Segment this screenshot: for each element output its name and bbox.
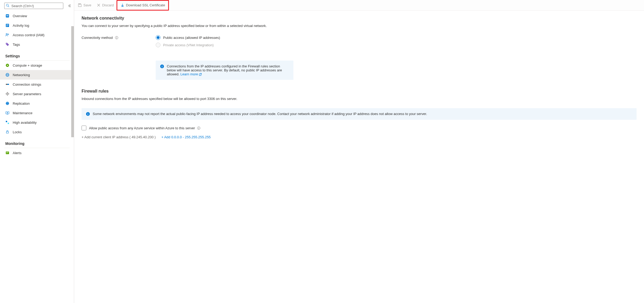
svg-point-9: [6, 34, 7, 35]
search-input[interactable]: [4, 3, 63, 9]
sidebar-item-label: Networking: [13, 73, 30, 77]
svg-point-47: [88, 113, 88, 113]
svg-rect-31: [6, 132, 8, 133]
toolbar: Save Discard Download SSL Certificate: [74, 0, 644, 11]
sidebar-item-networking[interactable]: Networking: [0, 70, 74, 80]
svg-point-41: [117, 37, 117, 37]
networking-icon: [5, 73, 10, 77]
add-current-ip[interactable]: + Add current client IP address ( 49.245…: [82, 135, 156, 139]
info-icon[interactable]: [115, 36, 118, 39]
svg-rect-6: [6, 24, 8, 25]
sidebar-section-monitoring: Monitoring: [0, 137, 74, 147]
sidebar-item-replication[interactable]: Replication: [0, 99, 74, 108]
radio-private-input: [156, 43, 160, 47]
download-icon: [120, 3, 124, 7]
network-connectivity-description: You can connect to your server by specif…: [82, 24, 637, 28]
network-connectivity-heading: Network connectivity: [82, 16, 637, 21]
learn-more-link[interactable]: Learn more: [180, 72, 202, 76]
svg-rect-17: [6, 84, 7, 85]
env-info-box: Some network environments may not report…: [82, 108, 637, 120]
svg-rect-33: [6, 152, 8, 152]
sidebar-item-label: Compute + storage: [13, 63, 42, 67]
sidebar-item-compute-storage[interactable]: Compute + storage: [0, 61, 74, 70]
connectivity-method-label: Connectivity method: [82, 36, 113, 40]
firewall-rules-heading: Firewall rules: [82, 89, 637, 94]
add-ip-range-link[interactable]: + Add 0.0.0.0 - 255.255.255.255: [161, 135, 211, 139]
discard-button[interactable]: Discard: [94, 1, 117, 10]
sidebar-item-alerts[interactable]: Alerts: [0, 148, 74, 158]
tag-icon: [5, 42, 10, 47]
firewall-rules-description: Inbound connections from the IP addresse…: [82, 97, 637, 101]
gear-icon: [5, 92, 10, 96]
sidebar-item-label: Tags: [13, 43, 20, 47]
collapse-sidebar-button[interactable]: [68, 4, 72, 8]
radio-public-input[interactable]: [156, 35, 160, 40]
people-icon: [5, 33, 10, 37]
sidebar-nav: Overview Activity log Access control (IA…: [0, 11, 74, 303]
compute-icon: [5, 63, 10, 67]
radio-label: Private access (VNet Integration): [163, 43, 214, 47]
sidebar-item-label: Locks: [13, 130, 22, 134]
svg-rect-18: [7, 84, 9, 85]
svg-point-28: [7, 112, 8, 113]
sidebar-item-label: Access control (IAM): [13, 33, 44, 37]
svg-point-20: [7, 94, 8, 94]
svg-rect-51: [199, 128, 199, 129]
svg-rect-35: [79, 4, 80, 5]
svg-point-50: [199, 127, 199, 127]
save-button[interactable]: Save: [75, 1, 94, 10]
sidebar-item-overview[interactable]: Overview: [0, 11, 74, 21]
svg-rect-42: [117, 38, 117, 39]
radio-public-access[interactable]: Public access (allowed IP addresses): [156, 35, 637, 40]
sidebar-item-activity-log[interactable]: Activity log: [0, 21, 74, 30]
checkbox-label: Allow public access from any Azure servi…: [89, 126, 195, 130]
sidebar-item-label: Overview: [13, 14, 27, 18]
svg-rect-4: [6, 16, 8, 16]
sidebar-section-settings: Settings: [0, 49, 74, 59]
sidebar-item-locks[interactable]: Locks: [0, 127, 74, 137]
sidebar-item-iam[interactable]: Access control (IAM): [0, 30, 74, 40]
svg-line-1: [8, 6, 9, 7]
info-icon: [86, 112, 90, 116]
content-area: Network connectivity You can connect to …: [74, 11, 644, 303]
svg-rect-29: [6, 121, 7, 122]
svg-rect-7: [6, 25, 8, 25]
sidebar-item-connection-strings[interactable]: Connection strings: [0, 80, 74, 89]
toolbar-btn-label: Download SSL Certificate: [126, 3, 165, 7]
main-area: Save Discard Download SSL Certificate Ne…: [74, 0, 644, 303]
sidebar-item-label: Server parameters: [13, 92, 41, 96]
svg-point-10: [8, 34, 9, 35]
alerts-icon: [5, 151, 10, 155]
svg-point-0: [6, 4, 8, 6]
scrollbar-thumb[interactable]: [71, 26, 74, 137]
radio-private-access: Private access (VNet Integration): [156, 43, 637, 47]
svg-point-44: [162, 65, 162, 66]
svg-rect-48: [88, 114, 88, 115]
ha-icon: [5, 120, 10, 125]
toolbar-btn-label: Discard: [102, 3, 114, 7]
svg-point-13: [7, 65, 8, 66]
sidebar-item-label: Replication: [13, 102, 30, 105]
ip-info-box: Connections from the IP addresses config…: [156, 61, 293, 80]
info-icon[interactable]: [197, 126, 200, 130]
discard-icon: [97, 3, 101, 7]
info-icon: [160, 64, 164, 76]
sidebar-item-label: Maintenance: [13, 111, 32, 115]
sidebar-item-label: High availability: [13, 121, 37, 125]
lock-icon: [5, 130, 10, 134]
sidebar-item-server-parameters[interactable]: Server parameters: [0, 89, 74, 99]
allow-azure-checkbox[interactable]: [82, 126, 86, 130]
svg-point-25: [6, 102, 9, 105]
allow-azure-row[interactable]: Allow public access from any Azure servi…: [82, 126, 637, 130]
sidebar-item-label: Alerts: [13, 151, 21, 155]
connectivity-method-row: Connectivity method Public access (allow…: [82, 35, 637, 81]
svg-rect-3: [6, 15, 8, 16]
sidebar-item-high-availability[interactable]: High availability: [0, 118, 74, 127]
sidebar-item-tags[interactable]: Tags: [0, 40, 74, 49]
download-ssl-button[interactable]: Download SSL Certificate: [117, 0, 169, 11]
sidebar: Overview Activity log Access control (IA…: [0, 0, 74, 303]
sidebar-search-row: [0, 0, 74, 11]
overview-icon: [5, 14, 10, 18]
radio-label: Public access (allowed IP addresses): [163, 36, 220, 40]
sidebar-item-maintenance[interactable]: Maintenance: [0, 108, 74, 118]
